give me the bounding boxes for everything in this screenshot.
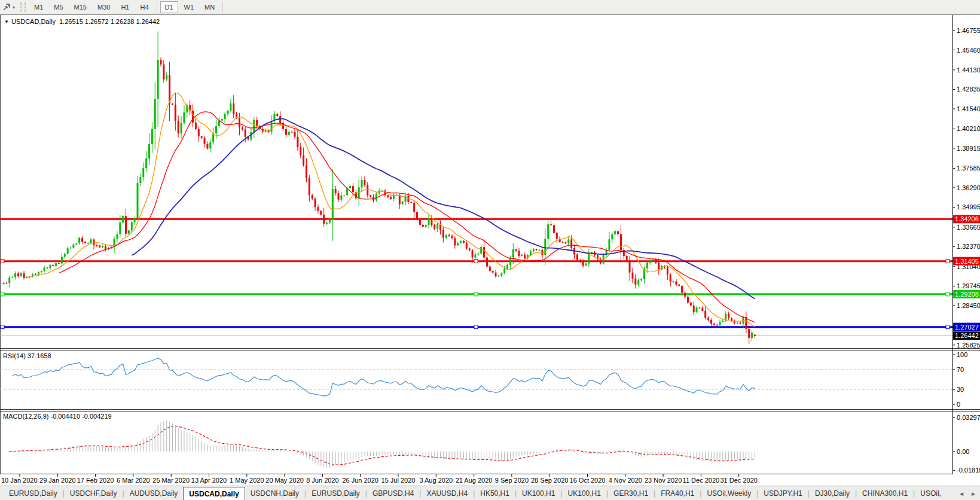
chart-tab-china300-h1[interactable]: CHINA300,H1 xyxy=(857,486,913,500)
timeframe-button-m30[interactable]: M30 xyxy=(93,1,115,13)
horizontal-line-1.27027[interactable] xyxy=(0,325,952,329)
svg-text:1.31405: 1.31405 xyxy=(955,258,979,265)
chart-tab-usdjpy-h1[interactable]: USDJPY,H1 xyxy=(758,486,807,500)
rsi-axis-label: 30 xyxy=(957,386,964,393)
macd-indicator-label: MACD(12,26,9) -0.004410 -0.004219 xyxy=(3,413,112,420)
chart-tab-usoil-[interactable]: USOil, xyxy=(915,486,947,500)
date-label: 3 Aug 2020 xyxy=(419,477,453,484)
timeframe-button-m5[interactable]: M5 xyxy=(49,1,68,13)
timeframe-button-m1[interactable]: M1 xyxy=(29,1,48,13)
price-axis-label: 1.33665 xyxy=(957,224,980,231)
line-drag-handle[interactable] xyxy=(1,292,4,296)
chart-tab-uk100-h1[interactable]: UK100,H1 xyxy=(563,486,606,500)
chart-tab-fra40-h1[interactable]: FRA40,H1 xyxy=(655,486,700,500)
chart-tab-eurusd-daily[interactable]: EURUSD,Daily xyxy=(306,486,365,500)
price-badge-1.31405: 1.31405 xyxy=(953,257,980,266)
chart-tab-ger30-h1[interactable]: GER30,H1 xyxy=(608,486,654,500)
price-axis-label: 1.25825 xyxy=(957,342,980,349)
line-drag-handle[interactable] xyxy=(1,260,4,263)
svg-text:1.34206: 1.34206 xyxy=(955,215,979,222)
date-label: 25 Mar 2020 xyxy=(152,477,190,484)
price-axis: 1.467551.454601.441301.428351.415401.402… xyxy=(952,27,980,349)
macd-histogram xyxy=(4,420,755,468)
timeframe-button-h4[interactable]: H4 xyxy=(135,1,153,13)
tab-row: EURUSD,Daily|USDCHF,Daily|AUDUSD,DailyUS… xyxy=(4,486,947,500)
date-label: 29 Jan 2020 xyxy=(39,477,76,484)
chart-tab-dj30-daily[interactable]: DJ30,Daily xyxy=(810,486,855,500)
line-drag-handle[interactable] xyxy=(1,325,4,329)
toolbar-grip-handle[interactable] xyxy=(20,2,26,12)
date-label: 13 Apr 2020 xyxy=(191,477,227,484)
macd-axis-label: 0.032972 xyxy=(957,414,980,421)
price-axis-label: 1.46755 xyxy=(957,27,980,34)
date-label: 26 Jun 2020 xyxy=(342,477,378,484)
current-price-badge: 1.26442 xyxy=(953,331,980,340)
date-label: 11 Dec 2020 xyxy=(683,477,720,484)
price-axis-label: 1.45460 xyxy=(957,47,980,54)
line-drag-handle[interactable] xyxy=(474,325,478,329)
rsi-axis-label: 0 xyxy=(957,401,960,408)
timeframe-button-mn[interactable]: MN xyxy=(200,1,219,13)
date-axis: 10 Jan 202029 Jan 202017 Feb 20206 Mar 2… xyxy=(1,474,758,484)
date-label: 6 Mar 2020 xyxy=(117,477,150,484)
chevron-down-icon: ▾ xyxy=(13,5,15,10)
timeframe-button-h1[interactable]: H1 xyxy=(116,1,134,13)
horizontal-line-1.29208[interactable] xyxy=(0,292,952,296)
tab-scroll-left-icon[interactable]: ◄ xyxy=(958,490,964,497)
chart-tab-audusd-daily[interactable]: AUDUSD,Daily xyxy=(124,486,184,500)
price-axis-label: 1.29745 xyxy=(957,282,980,289)
chart-tab-usdcad-daily[interactable]: USDCAD,Daily xyxy=(183,487,245,500)
price-axis-label: 1.37585 xyxy=(957,164,980,172)
chart-tab-uk100-h1[interactable]: UK100,H1 xyxy=(517,486,560,500)
timeframe-button-w1[interactable]: W1 xyxy=(179,1,199,13)
date-label: 8 Jun 2020 xyxy=(306,477,338,484)
date-label: 28 Sep 2020 xyxy=(531,477,568,484)
chart-tab-usdcnh-daily[interactable]: USDCNH,Daily xyxy=(245,486,304,500)
chart-tab-xauusd-h4[interactable]: XAUUSD,H4 xyxy=(421,486,473,500)
price-axis-label: 1.28450 xyxy=(957,302,980,309)
timeframe-button-m15[interactable]: M15 xyxy=(69,1,91,13)
cursor-arrows-icon xyxy=(2,3,11,11)
horizontal-line-1.31405[interactable] xyxy=(0,260,952,263)
timeframe-button-d1[interactable]: D1 xyxy=(160,1,178,13)
macd-signal-line xyxy=(10,426,755,465)
date-label: 10 Jan 2020 xyxy=(1,477,38,484)
date-label: 20 May 2020 xyxy=(265,477,304,484)
chart-tab-usdchf-daily[interactable]: USDCHF,Daily xyxy=(65,486,123,500)
ma-fast-orange-line xyxy=(27,93,755,327)
rsi-pane: 10070300 xyxy=(0,351,967,408)
toolbar-divider xyxy=(222,2,223,13)
line-drag-handle[interactable] xyxy=(474,260,478,263)
price-badge-1.27027: 1.27027 xyxy=(953,323,980,331)
line-drag-handle[interactable] xyxy=(946,260,950,263)
ma-slow-blue-line xyxy=(132,119,755,299)
date-label: 16 Oct 2020 xyxy=(570,477,606,484)
chart-tab-eurusd-daily[interactable]: EURUSD,Daily xyxy=(4,486,63,500)
price-axis-label: 1.42835 xyxy=(957,86,980,93)
chart-canvas[interactable]: 1.467551.454601.441301.428351.415401.402… xyxy=(0,15,980,486)
chart-tab-gbpusd-h4[interactable]: GBPUSD,H4 xyxy=(367,486,419,500)
price-badge-1.29208: 1.29208 xyxy=(953,290,980,298)
line-drag-handle[interactable] xyxy=(474,292,478,296)
ma-mid-red-line xyxy=(59,112,755,322)
rsi-indicator-label: RSI(14) 37.1658 xyxy=(3,352,51,359)
macd-axis-label: -0.018154 xyxy=(957,467,980,474)
symbol-collapse-caret-icon[interactable]: ▼ xyxy=(4,19,9,25)
price-axis-label: 1.41540 xyxy=(957,105,980,112)
chart-tab-usoil-weekly[interactable]: USOil,Weekly xyxy=(701,486,756,500)
mt4-window: { "toolbar": { "chart_tool_icon": "curso… xyxy=(0,0,980,500)
price-axis-label: 1.40210 xyxy=(957,125,980,132)
price-axis-label: 1.38915 xyxy=(957,145,980,152)
chart-tab-hk50-h1[interactable]: HK50,H1 xyxy=(475,486,515,500)
line-drag-handle[interactable] xyxy=(946,325,950,329)
toolbar-divider xyxy=(157,2,157,13)
tab-scroll-right-icon[interactable]: ► xyxy=(970,490,976,497)
chart-tool-button[interactable]: ▾ xyxy=(0,0,17,14)
date-label: 23 Nov 2020 xyxy=(645,477,682,484)
line-drag-handle[interactable] xyxy=(946,292,950,296)
price-axis-label: 1.34995 xyxy=(957,203,980,211)
svg-text:1.26442: 1.26442 xyxy=(955,332,979,339)
date-label: 1 May 2020 xyxy=(230,477,264,484)
date-label: 17 Feb 2020 xyxy=(77,477,114,484)
date-label: 4 Nov 2020 xyxy=(609,477,642,484)
